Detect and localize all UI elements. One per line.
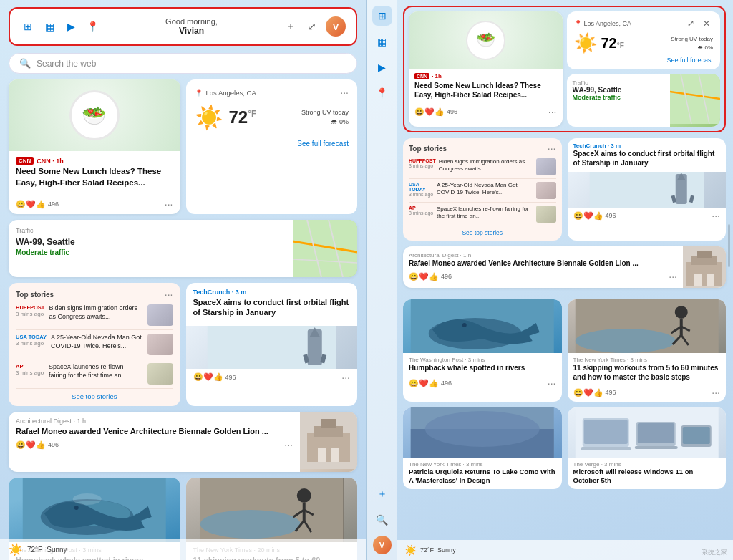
r-spacex-more[interactable]: ··· bbox=[712, 210, 720, 221]
traffic-card[interactable]: Traffic WA-99, Seattle Moderate traffic bbox=[9, 220, 357, 277]
r-patricia-card[interactable]: The New York Times · 3 mins Patricia Urq… bbox=[403, 407, 562, 489]
content-area[interactable]: 🥗 CNN CNN · 1h Need Some New Lunch Ideas… bbox=[0, 79, 366, 560]
story-item-3[interactable]: AP 3 mins ago SpaceX launches re-flown f… bbox=[16, 363, 173, 389]
r-spacex-footer: 😀❤️👍 496 ··· bbox=[568, 208, 727, 225]
story-badge-2: USA TODAY 3 mins ago bbox=[16, 334, 47, 347]
r-weather-expand[interactable]: ⤢ bbox=[684, 17, 697, 30]
r-sidebar-grid-icon[interactable]: ⊞ bbox=[372, 6, 392, 26]
r-windows-card[interactable]: The Verge · 3 mins Microsoft will releas… bbox=[568, 407, 727, 489]
r-news-image: 🥗 bbox=[409, 11, 563, 69]
spacex-more[interactable]: ··· bbox=[341, 372, 350, 383]
r-salad-graphic: 🥗 bbox=[409, 11, 563, 69]
weather-temp-row: ☀️ 72°F Strong UV today 🌧 0% bbox=[195, 104, 349, 131]
venice-card[interactable]: Architectural Digest · 1 h Rafael Moneo … bbox=[9, 412, 357, 472]
r-whale-image bbox=[403, 299, 562, 353]
r-sidebar-media-icon[interactable]: ▶ bbox=[372, 57, 392, 77]
story-item-2[interactable]: USA TODAY 3 mins ago A 25-Year-Old Nevad… bbox=[16, 334, 173, 359]
r-weather-traffic-stack: 📍 Los Angeles, CA ⤢ ✕ ☀️ 72°F bbox=[567, 11, 721, 127]
top-stories-card: Top stories ··· HUFFPOST 3 mins ago Bide… bbox=[9, 283, 180, 406]
r-whale-footer: 😀❤️👍 496 ··· bbox=[403, 375, 562, 392]
r-weather-card: 📍 Los Angeles, CA ⤢ ✕ ☀️ 72°F bbox=[567, 11, 721, 69]
story-item-1[interactable]: HUFFPOST 3 mins ago Biden signs immigrat… bbox=[16, 304, 173, 330]
r-story-3[interactable]: AP 3 mins ago SpaceX launches re-flown f… bbox=[409, 206, 556, 226]
r-stories-more[interactable]: ··· bbox=[548, 143, 556, 154]
r-weather-close[interactable]: ✕ bbox=[700, 17, 713, 30]
see-top-stories[interactable]: See top stories bbox=[16, 392, 173, 400]
spacex-footer: 😀❤️👍 496 ··· bbox=[186, 369, 358, 387]
r-weather-link[interactable]: See full forecast bbox=[574, 57, 714, 64]
r-workout-card[interactable]: The New York Times · 3 mins 11 skipping … bbox=[568, 299, 727, 402]
r-status-condition: Sunny bbox=[437, 546, 456, 554]
location-icon[interactable]: 📍 bbox=[84, 19, 100, 34]
r-bottom-status: ☀️ 72°F Sunny bbox=[397, 540, 733, 560]
r-workout-title: 11 skipping workouts from 5 to 60 minute… bbox=[573, 363, 721, 382]
r-news-more[interactable]: ··· bbox=[548, 106, 557, 117]
grid-icon[interactable]: ⊞ bbox=[20, 19, 36, 34]
r-workout-more[interactable]: ··· bbox=[712, 387, 720, 398]
stories-more[interactable]: ··· bbox=[165, 289, 173, 300]
traffic-title: WA-99, Seattle bbox=[16, 237, 286, 247]
traffic-status: Moderate traffic bbox=[16, 248, 286, 256]
r-venice-more[interactable]: ··· bbox=[669, 271, 677, 282]
r-last-row: The New York Times · 3 mins Patricia Urq… bbox=[403, 407, 726, 489]
r-whale-reactions: 😀❤️👍 496 bbox=[409, 379, 452, 388]
weather-link[interactable]: See full forecast bbox=[195, 140, 349, 148]
svg-point-56 bbox=[575, 329, 675, 353]
avatar[interactable]: V bbox=[326, 16, 346, 37]
traffic-map bbox=[293, 220, 357, 277]
r-see-more[interactable]: See top stories bbox=[409, 229, 556, 236]
add-button[interactable]: ＋ bbox=[283, 19, 298, 34]
r-avatar[interactable]: V bbox=[373, 536, 392, 554]
weather-more[interactable]: ··· bbox=[340, 87, 349, 98]
workout-image bbox=[186, 478, 358, 542]
svg-rect-51 bbox=[707, 274, 714, 286]
r-whale-more[interactable]: ··· bbox=[548, 377, 556, 389]
r-salad-icon: 🥗 bbox=[466, 21, 505, 60]
r-whale-card[interactable]: The Washington Post · 3 mins Humpback wh… bbox=[403, 299, 562, 402]
reaction-emoji-spacex: 😀❤️👍 bbox=[193, 372, 223, 382]
r-venice-title: Rafael Moneo awarded Venice Architecture… bbox=[409, 259, 677, 268]
news-body: CNN CNN · 1h Need Some New Lunch Ideas? … bbox=[9, 151, 180, 195]
r-weather-actions: ⤢ ✕ bbox=[684, 17, 713, 30]
media-icon[interactable]: ▶ bbox=[63, 19, 79, 34]
svg-point-54 bbox=[462, 323, 467, 327]
r-main-news-card[interactable]: 🥗 CNN · 1h Need Some New Lunch Ideas? Th… bbox=[409, 11, 563, 127]
r-venice-card[interactable]: Architectural Digest · 1 h Rafael Moneo … bbox=[403, 246, 726, 288]
story-thumb-1 bbox=[147, 304, 173, 326]
r-sidebar-search-icon[interactable]: 🔍 bbox=[372, 510, 392, 530]
r-spacex-card[interactable]: TechCrunch · 3 m SpaceX aims to conduct … bbox=[568, 138, 727, 241]
r-patricia-source: The New York Times · 3 mins bbox=[409, 461, 556, 468]
r-news-title: Need Some New Lunch Ideas? These Easy, H… bbox=[414, 81, 557, 100]
r-sidebar-add-icon[interactable]: ＋ bbox=[372, 484, 392, 504]
top-bar-actions: ＋ ⤢ V bbox=[283, 16, 346, 37]
left-panel: ⊞ ▦ ▶ 📍 Good morning, Vivian ＋ ⤢ V 🔍 Sea… bbox=[0, 0, 366, 560]
r-story-2[interactable]: USA TODAY 3 mins ago A 25-Year-Old Nevad… bbox=[409, 182, 556, 203]
spacex-card[interactable]: TechCrunch · 3 m SpaceX aims to conduct … bbox=[186, 283, 358, 406]
r-spacex-image bbox=[568, 172, 727, 208]
r-venice-footer: 😀❤️👍 496 ··· bbox=[409, 268, 677, 282]
r-weather-desc: Strong UV today 🌧 0% bbox=[671, 35, 713, 51]
venice-more[interactable]: ··· bbox=[284, 439, 293, 450]
r-status-temp: 72°F bbox=[420, 546, 434, 554]
r-sidebar-location-icon[interactable]: 📍 bbox=[372, 83, 392, 103]
r-story-badge-3: AP 3 mins ago bbox=[409, 206, 434, 216]
main-news-card[interactable]: 🥗 CNN CNN · 1h Need Some New Lunch Ideas… bbox=[9, 79, 180, 214]
r-story-1[interactable]: HUFFPOST 3 mins ago Biden signs immigrat… bbox=[409, 158, 556, 179]
r-stories-title: Top stories bbox=[409, 145, 447, 153]
expand-button[interactable]: ⤢ bbox=[304, 19, 320, 34]
search-bar[interactable]: 🔍 Search the web bbox=[9, 53, 357, 74]
r-venice-wrapper: Architectural Digest · 1 h Rafael Moneo … bbox=[403, 246, 726, 294]
r-windows-image bbox=[568, 407, 727, 458]
search-placeholder: Search the web bbox=[37, 59, 96, 69]
traffic-source: Traffic bbox=[16, 227, 286, 234]
r-content-area[interactable]: 🥗 CNN · 1h Need Some New Lunch Ideas? Th… bbox=[397, 0, 733, 560]
status-sun-icon: ☀️ bbox=[9, 543, 23, 556]
widget-icon[interactable]: ▦ bbox=[42, 19, 57, 34]
svg-point-19 bbox=[74, 506, 79, 510]
more-button[interactable]: ··· bbox=[165, 198, 173, 210]
r-traffic-card[interactable]: Traffic WA-99, Seattle Moderate traffic bbox=[567, 74, 721, 127]
svg-rect-12 bbox=[314, 426, 343, 437]
r-venice-info: Architectural Digest · 1 h Rafael Moneo … bbox=[403, 246, 683, 288]
r-sidebar-widget-icon[interactable]: ▦ bbox=[372, 32, 392, 52]
r-weather-header: 📍 Los Angeles, CA ⤢ ✕ bbox=[574, 17, 714, 30]
